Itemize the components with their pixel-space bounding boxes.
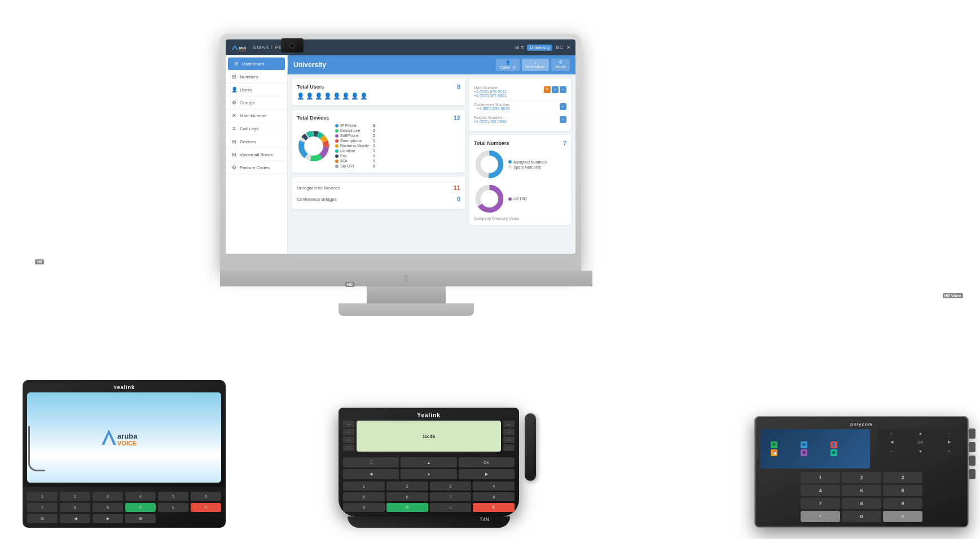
poly-right-controls: ⌂ ▲ ← ◀ OK ▶ − ▼ + <box>878 429 963 469</box>
poly-nav-left[interactable]: ◀ <box>878 438 906 446</box>
poly-side-btn-2[interactable] <box>969 442 975 452</box>
ytab-key-9[interactable]: 9 <box>93 503 123 512</box>
ydesk-key-2[interactable]: 2 <box>386 481 428 491</box>
ytab-key-3[interactable]: 3 <box>93 492 123 501</box>
main-number-check-button[interactable]: ✓ <box>560 86 566 93</box>
ydesk-btn-up[interactable]: ▲ <box>401 457 456 467</box>
ydesk-key-call[interactable]: ✆ <box>386 503 428 512</box>
ydesk-body: Yealink — — — — 15:46 — — — — ☰ ▲ <box>339 408 519 516</box>
ydesk-key-6[interactable]: 6 <box>386 492 428 501</box>
poly-key-1[interactable]: 1 <box>801 472 840 483</box>
poly-key-7[interactable]: 7 <box>801 498 840 509</box>
ydesk-key-4[interactable]: 4 <box>473 481 515 491</box>
poly-nav-vol-up[interactable]: + <box>935 447 963 455</box>
sidebar-label-dashboard: Dashboard <box>242 61 264 67</box>
conference-number-check-button[interactable]: ✓ <box>560 103 566 110</box>
ytab-key-end[interactable]: ✆ <box>191 503 221 512</box>
poly-key-3[interactable]: 3 <box>883 472 922 483</box>
ytab-key-1[interactable]: 1 <box>27 492 58 501</box>
hours-button[interactable]: ⏱ Hours <box>551 59 570 71</box>
ydesk-key-0[interactable]: 0 <box>430 503 472 512</box>
poly-display: ✆ ✉ 👤 📅 ⚙ ⊞ <box>760 429 870 469</box>
ydesk-linekey-5[interactable]: — <box>503 421 515 427</box>
ydesk-btn-menu[interactable]: ☰ <box>343 457 399 467</box>
ydesk-key-9[interactable]: 9 <box>343 503 385 512</box>
sidebar-item-voicemail[interactable]: ⊞ Voicemail Boxes <box>226 148 287 161</box>
ydesk-linekey-2[interactable]: — <box>343 428 354 435</box>
ydesk-key-7[interactable]: 7 <box>430 492 472 501</box>
poly-side-buttons <box>969 428 975 479</box>
poly-nav-home[interactable]: ⌂ <box>878 429 906 437</box>
hold-music-button[interactable]: ♪ Hold Music <box>522 59 550 71</box>
ydesk-key-1[interactable]: 1 <box>343 481 385 491</box>
ytab-key-0[interactable]: 0 <box>158 503 188 512</box>
poly-key-star[interactable]: * <box>801 511 840 522</box>
poly-nav-up[interactable]: ▲ <box>907 429 934 437</box>
poly-key-6[interactable]: 6 <box>883 485 922 496</box>
poly-side-btn-1[interactable] <box>969 428 975 439</box>
ydesk-key-3[interactable]: 3 <box>430 481 472 491</box>
ytab-key-extra3[interactable]: ▶ <box>93 514 123 523</box>
ydesk-btn-ok[interactable]: OK <box>459 457 515 467</box>
sidebar-item-users[interactable]: 👤 Users <box>226 83 287 96</box>
ydesk-linekey-6[interactable]: — <box>503 428 515 435</box>
poly-key-8[interactable]: 8 <box>842 498 881 509</box>
ydesk-linekey-4[interactable]: — <box>343 444 354 451</box>
ydesk-linekey-7[interactable]: — <box>503 436 515 443</box>
ytab-key-7[interactable]: 7 <box>27 503 58 512</box>
sidebar-item-feature-codes[interactable]: ⚙ Feature Codes <box>226 161 287 174</box>
sidebar-item-devices[interactable]: ⊞ Devices <box>226 135 287 148</box>
poly-display-inner: ✆ ✉ 👤 📅 ⚙ ⊞ <box>760 429 870 469</box>
usdid-donut-chart <box>474 183 505 214</box>
poly-nav-back[interactable]: ← <box>935 429 963 437</box>
ydesk-key-8[interactable]: 8 <box>473 492 515 501</box>
poly-nav-down[interactable]: ▼ <box>907 447 934 455</box>
main-number-edit-button[interactable]: ✎ <box>544 86 551 93</box>
ytab-key-extra2[interactable]: ◀ <box>60 514 90 523</box>
feature-codes-icon: ⚙ <box>231 165 237 170</box>
ytab-cord <box>28 426 45 471</box>
ydesk-linekey-3[interactable]: — <box>343 436 354 443</box>
sidebar-item-groups[interactable]: ⚙ Groups <box>226 96 287 109</box>
conference-number-actions: ✓ <box>560 103 566 110</box>
poly-key-0[interactable]: 0 <box>842 511 881 522</box>
ytab-key-8[interactable]: 8 <box>60 503 90 512</box>
ytab-key-2[interactable]: 2 <box>60 492 90 501</box>
user-icon-4: 👤 <box>324 92 332 100</box>
ydesk-linekey-8[interactable]: — <box>503 444 515 451</box>
legend-dot-fax <box>335 154 339 158</box>
topbar-close[interactable]: ✕ <box>566 45 571 50</box>
poly-side-btn-3[interactable] <box>969 456 975 466</box>
ydesk-linekey-1[interactable]: — <box>343 421 354 427</box>
poly-key-2[interactable]: 2 <box>842 472 881 483</box>
ydesk-btn-left[interactable]: ◀ <box>343 469 399 479</box>
main-number-action-button[interactable]: ↗ <box>552 86 559 93</box>
poly-key-5[interactable]: 5 <box>842 485 881 496</box>
poly-side-btn-4[interactable] <box>969 469 975 479</box>
sidebar-item-call-logs[interactable]: ≡ Call Logs <box>226 122 287 135</box>
ytab-key-4[interactable]: 4 <box>125 492 156 501</box>
ytab-key-call[interactable]: ✆ <box>125 503 156 512</box>
devices-legend: IP Phone 3 Deskphone 2 <box>335 123 375 168</box>
ydesk-btn-right[interactable]: ▶ <box>459 469 515 479</box>
sidebar-item-numbers[interactable]: ⊞ Numbers <box>226 70 287 83</box>
legend-dot-softphone <box>335 134 339 138</box>
ytab-key-6[interactable]: 6 <box>191 492 221 501</box>
poly-nav-vol-down[interactable]: − <box>878 447 906 455</box>
poly-key-hash[interactable]: # <box>883 511 922 522</box>
ytab-key-5[interactable]: 5 <box>158 492 188 501</box>
caller-id-button[interactable]: 👤 Caller ID <box>496 59 519 71</box>
ydesk-key-end[interactable]: ✆ <box>473 503 515 512</box>
ytab-key-extra4[interactable]: ☰ <box>125 514 156 523</box>
ytab-key-extra1[interactable]: ⊞ <box>27 514 58 523</box>
ydesk-key-5[interactable]: 5 <box>343 492 385 501</box>
poly-keypad: 1 2 3 4 5 6 7 8 9 * 0 # <box>801 472 922 522</box>
sidebar-item-dashboard[interactable]: ⊞ Dashboard <box>228 58 285 70</box>
faxbox-number-check-button[interactable]: ✓ <box>560 116 566 123</box>
poly-nav-ok[interactable]: OK <box>907 438 934 446</box>
poly-key-4[interactable]: 4 <box>801 485 840 496</box>
poly-key-9[interactable]: 9 <box>883 498 922 509</box>
poly-nav-right[interactable]: ▶ <box>935 438 963 446</box>
ydesk-btn-down[interactable]: ▼ <box>401 469 456 479</box>
sidebar-item-main-number[interactable]: ✕ Main Number <box>226 109 287 122</box>
